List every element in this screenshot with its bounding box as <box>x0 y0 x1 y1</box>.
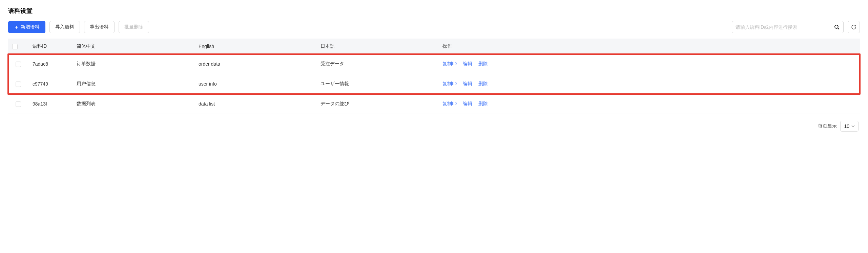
cell-actions: 复制ID 编辑 删除 <box>438 94 860 114</box>
cell-en: data list <box>194 94 316 114</box>
cell-en: user info <box>194 74 316 94</box>
cell-id: 98a13f <box>28 94 73 114</box>
refresh-button[interactable] <box>848 21 860 33</box>
copy-id-link[interactable]: 复制ID <box>442 101 457 106</box>
row-checkbox-cell <box>8 54 28 74</box>
search-icon <box>834 24 840 30</box>
row-checkbox[interactable] <box>16 62 21 67</box>
header-id: 语料ID <box>28 39 73 54</box>
row-checkbox-cell <box>8 94 28 114</box>
import-corpus-label: 导入语料 <box>55 24 74 30</box>
add-corpus-label: 新增语料 <box>21 24 40 30</box>
cell-ja: ユーザー情報 <box>316 74 438 94</box>
header-action: 操作 <box>438 39 860 54</box>
table-wrapper: 语料ID 简体中文 English 日本語 操作 7adac8 订单数据 ord… <box>8 39 860 114</box>
cell-zh: 数据列表 <box>73 94 194 114</box>
corpus-table: 语料ID 简体中文 English 日本語 操作 7adac8 订单数据 ord… <box>8 39 860 114</box>
cell-actions: 复制ID 编辑 删除 <box>438 74 860 94</box>
select-all-checkbox[interactable] <box>12 44 18 49</box>
row-checkbox[interactable] <box>16 82 21 87</box>
cell-id: c97749 <box>28 74 73 94</box>
batch-delete-button: 批量删除 <box>119 21 149 33</box>
edit-link[interactable]: 编辑 <box>463 61 472 66</box>
import-corpus-button[interactable]: 导入语料 <box>49 21 80 33</box>
export-corpus-button[interactable]: 导出语料 <box>84 21 115 33</box>
copy-id-link[interactable]: 复制ID <box>442 81 457 86</box>
header-zh: 简体中文 <box>73 39 194 54</box>
header-ja: 日本語 <box>316 39 438 54</box>
cell-zh: 订单数据 <box>73 54 194 74</box>
toolbar-right <box>732 21 860 33</box>
cell-en: order data <box>194 54 316 74</box>
table-row: 7adac8 订单数据 order data 受注データ 复制ID 编辑 删除 <box>8 54 860 74</box>
row-checkbox[interactable] <box>16 101 21 107</box>
svg-point-0 <box>835 25 838 28</box>
toolbar: ＋ 新增语料 导入语料 导出语料 批量删除 <box>8 21 860 33</box>
cell-actions: 复制ID 编辑 删除 <box>438 54 860 74</box>
pagination: 每页显示 10 <box>8 121 860 132</box>
cell-ja: データの並び <box>316 94 438 114</box>
refresh-icon <box>851 24 856 30</box>
edit-link[interactable]: 编辑 <box>463 101 472 106</box>
add-corpus-button[interactable]: ＋ 新增语料 <box>8 21 45 33</box>
svg-line-1 <box>838 28 839 29</box>
delete-link[interactable]: 删除 <box>478 61 488 66</box>
page-title: 语料设置 <box>8 7 860 15</box>
copy-id-link[interactable]: 复制ID <box>442 61 457 66</box>
table-header-row: 语料ID 简体中文 English 日本語 操作 <box>8 39 860 54</box>
batch-delete-label: 批量删除 <box>124 24 143 30</box>
toolbar-left: ＋ 新增语料 导入语料 导出语料 批量删除 <box>8 21 149 33</box>
plus-icon: ＋ <box>14 24 19 30</box>
page-size-value: 10 <box>844 123 849 129</box>
cell-ja: 受注データ <box>316 54 438 74</box>
table-row: c97749 用户信息 user info ユーザー情報 复制ID 编辑 删除 <box>8 74 860 94</box>
delete-link[interactable]: 删除 <box>478 81 488 86</box>
cell-zh: 用户信息 <box>73 74 194 94</box>
page-size-select[interactable]: 10 <box>840 121 859 132</box>
row-checkbox-cell <box>8 74 28 94</box>
header-en: English <box>194 39 316 54</box>
cell-id: 7adac8 <box>28 54 73 74</box>
export-corpus-label: 导出语料 <box>90 24 109 30</box>
edit-link[interactable]: 编辑 <box>463 81 472 86</box>
delete-link[interactable]: 删除 <box>478 101 488 106</box>
search-button[interactable] <box>831 24 840 30</box>
header-checkbox-cell <box>8 39 28 54</box>
chevron-down-icon <box>851 125 855 127</box>
page-size-label: 每页显示 <box>818 123 837 129</box>
table-row: 98a13f 数据列表 data list データの並び 复制ID 编辑 删除 <box>8 94 860 114</box>
search-input[interactable] <box>736 24 831 30</box>
search-wrapper <box>732 21 844 33</box>
